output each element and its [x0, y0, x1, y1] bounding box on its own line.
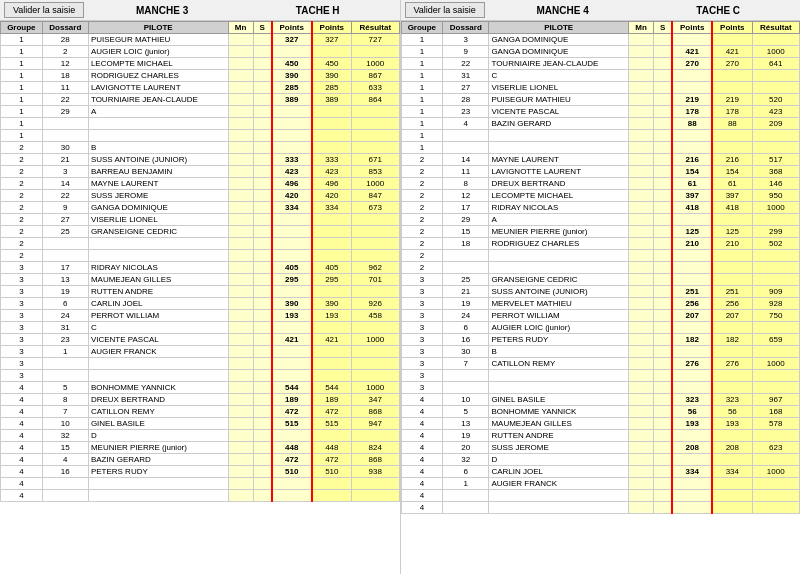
cell-6[interactable]: 448 — [312, 442, 352, 454]
cell-6[interactable] — [712, 82, 752, 94]
cell-4[interactable] — [654, 490, 673, 502]
cell-1[interactable] — [42, 370, 88, 382]
cell-4[interactable] — [253, 454, 272, 466]
cell-1[interactable] — [443, 490, 489, 502]
cell-0[interactable]: 4 — [401, 502, 443, 514]
cell-6[interactable] — [312, 358, 352, 370]
cell-5[interactable]: 285 — [272, 82, 312, 94]
cell-3[interactable] — [629, 262, 654, 274]
cell-5[interactable]: 251 — [672, 286, 712, 298]
cell-7[interactable]: 947 — [352, 418, 399, 430]
cell-6[interactable]: 56 — [712, 406, 752, 418]
cell-0[interactable]: 4 — [401, 490, 443, 502]
cell-6[interactable]: 420 — [312, 190, 352, 202]
cell-6[interactable]: 270 — [712, 58, 752, 70]
cell-0[interactable]: 3 — [1, 286, 43, 298]
cell-2[interactable]: RIDRAY NICOLAS — [88, 262, 228, 274]
cell-7[interactable]: 517 — [752, 154, 799, 166]
cell-5[interactable]: 544 — [272, 382, 312, 394]
cell-5[interactable]: 154 — [672, 166, 712, 178]
cell-5[interactable] — [672, 214, 712, 226]
cell-6[interactable]: 405 — [312, 262, 352, 274]
cell-5[interactable]: 421 — [672, 46, 712, 58]
cell-5[interactable]: 397 — [672, 190, 712, 202]
cell-0[interactable]: 1 — [401, 106, 443, 118]
cell-0[interactable]: 4 — [401, 406, 443, 418]
cell-7[interactable] — [752, 262, 799, 274]
cell-2[interactable] — [88, 490, 228, 502]
cell-0[interactable]: 3 — [401, 298, 443, 310]
cell-3[interactable] — [228, 430, 253, 442]
cell-2[interactable]: GRANSEIGNE CEDRIC — [489, 274, 629, 286]
cell-1[interactable] — [443, 142, 489, 154]
cell-0[interactable]: 2 — [1, 226, 43, 238]
cell-5[interactable] — [272, 118, 312, 130]
cell-4[interactable] — [253, 70, 272, 82]
cell-7[interactable] — [752, 274, 799, 286]
cell-0[interactable]: 2 — [1, 202, 43, 214]
cell-3[interactable] — [629, 202, 654, 214]
cell-2[interactable] — [88, 118, 228, 130]
cell-4[interactable] — [654, 142, 673, 154]
cell-0[interactable]: 3 — [401, 346, 443, 358]
cell-1[interactable]: 15 — [42, 442, 88, 454]
cell-7[interactable] — [752, 322, 799, 334]
cell-5[interactable]: 334 — [272, 202, 312, 214]
cell-6[interactable]: 189 — [312, 394, 352, 406]
cell-3[interactable] — [629, 46, 654, 58]
cell-2[interactable]: PETERS RUDY — [88, 466, 228, 478]
cell-0[interactable]: 4 — [1, 442, 43, 454]
cell-4[interactable] — [654, 394, 673, 406]
cell-0[interactable]: 4 — [401, 394, 443, 406]
cell-0[interactable]: 3 — [401, 334, 443, 346]
cell-4[interactable] — [654, 382, 673, 394]
cell-0[interactable]: 1 — [401, 58, 443, 70]
cell-7[interactable]: 864 — [352, 94, 399, 106]
cell-2[interactable] — [489, 130, 629, 142]
cell-7[interactable]: 824 — [352, 442, 399, 454]
cell-6[interactable] — [312, 106, 352, 118]
cell-2[interactable]: LAVIGNOTTE LAURENT — [489, 166, 629, 178]
cell-0[interactable]: 2 — [401, 226, 443, 238]
cell-1[interactable]: 14 — [443, 154, 489, 166]
cell-2[interactable]: SUSS ANTOINE (JUNIOR) — [489, 286, 629, 298]
cell-1[interactable]: 24 — [42, 310, 88, 322]
cell-0[interactable]: 1 — [401, 94, 443, 106]
cell-0[interactable]: 4 — [401, 454, 443, 466]
cell-0[interactable]: 2 — [1, 154, 43, 166]
cell-3[interactable] — [629, 430, 654, 442]
cell-4[interactable] — [654, 94, 673, 106]
cell-7[interactable]: 868 — [352, 454, 399, 466]
cell-1[interactable]: 14 — [42, 178, 88, 190]
cell-0[interactable]: 2 — [401, 262, 443, 274]
cell-2[interactable]: CARLIN JOEL — [88, 298, 228, 310]
cell-7[interactable]: 938 — [352, 466, 399, 478]
cell-3[interactable] — [629, 82, 654, 94]
cell-6[interactable]: 450 — [312, 58, 352, 70]
cell-5[interactable]: 193 — [672, 418, 712, 430]
cell-6[interactable]: 389 — [312, 94, 352, 106]
cell-1[interactable]: 21 — [42, 154, 88, 166]
cell-6[interactable]: 544 — [312, 382, 352, 394]
cell-5[interactable]: 219 — [672, 94, 712, 106]
cell-5[interactable]: 472 — [272, 406, 312, 418]
cell-4[interactable] — [654, 322, 673, 334]
cell-4[interactable] — [654, 418, 673, 430]
cell-6[interactable]: 334 — [312, 202, 352, 214]
cell-3[interactable] — [228, 166, 253, 178]
cell-4[interactable] — [253, 106, 272, 118]
cell-3[interactable] — [629, 394, 654, 406]
cell-6[interactable]: 397 — [712, 190, 752, 202]
cell-4[interactable] — [654, 442, 673, 454]
cell-4[interactable] — [654, 502, 673, 514]
cell-1[interactable] — [42, 130, 88, 142]
cell-4[interactable] — [253, 142, 272, 154]
cell-7[interactable] — [352, 370, 399, 382]
cell-2[interactable]: GANGA DOMINIQUE — [88, 202, 228, 214]
cell-4[interactable] — [654, 226, 673, 238]
cell-3[interactable] — [228, 382, 253, 394]
cell-0[interactable]: 3 — [1, 274, 43, 286]
cell-4[interactable] — [253, 46, 272, 58]
cell-0[interactable]: 2 — [401, 178, 443, 190]
cell-5[interactable] — [272, 358, 312, 370]
